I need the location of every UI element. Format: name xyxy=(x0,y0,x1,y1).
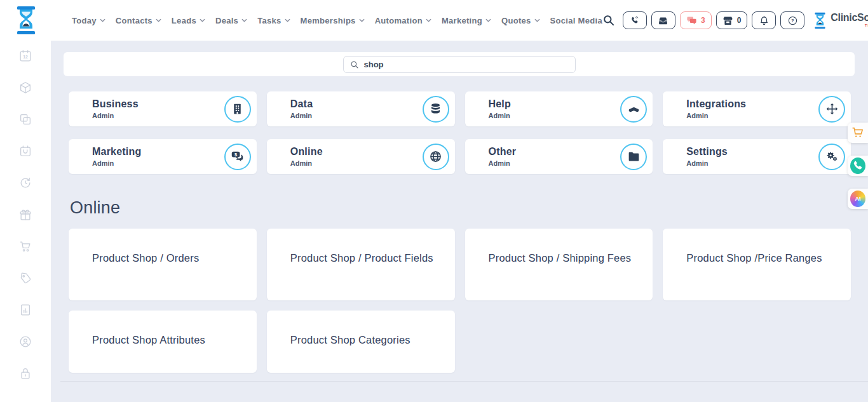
chevron-down-icon xyxy=(485,18,491,22)
category-grid: BusinessAdminDataAdminHelpAdminIntegrati… xyxy=(69,91,851,174)
chevron-down-icon xyxy=(285,18,290,22)
bell-icon xyxy=(759,15,770,26)
nav-item-quotes[interactable]: Quotes xyxy=(501,16,540,25)
handshake-icon xyxy=(627,102,641,116)
tags-icon[interactable] xyxy=(18,271,32,285)
cart-orange-shortcut-button[interactable] xyxy=(848,123,868,143)
category-icon-circle xyxy=(620,96,647,123)
results-grid: Product Shop / OrdersProduct Shop / Prod… xyxy=(69,229,851,373)
category-icon-circle xyxy=(620,144,647,170)
result-card[interactable]: Product Shop / Orders xyxy=(69,229,257,300)
gift-icon[interactable] xyxy=(18,208,32,222)
result-card[interactable]: Product Shop Categories xyxy=(267,311,455,373)
category-card-business[interactable]: BusinessAdmin xyxy=(69,91,257,126)
globe-icon xyxy=(429,150,442,163)
category-icon-circle xyxy=(423,96,449,123)
top-header: TodayContactsLeadsDealsTasksMembershipsA… xyxy=(0,0,868,41)
category-card-help[interactable]: HelpAdmin xyxy=(465,91,653,126)
bell-button[interactable] xyxy=(752,11,776,29)
history-icon[interactable] xyxy=(18,176,32,190)
chevron-down-icon xyxy=(426,18,431,22)
badge-count: 0 xyxy=(737,16,742,25)
search-input[interactable] xyxy=(364,60,569,69)
category-icon-circle xyxy=(818,144,845,170)
chevron-down-icon xyxy=(359,18,365,22)
ai-shortcut-button[interactable]: AI xyxy=(848,189,868,209)
ai-icon: AI xyxy=(850,191,865,206)
category-card-data[interactable]: DataAdmin xyxy=(267,91,455,126)
chat-button[interactable]: 3 xyxy=(680,11,712,29)
nav-item-leads[interactable]: Leads xyxy=(172,16,205,25)
cart-icon[interactable] xyxy=(18,239,32,253)
category-icon-circle: $ xyxy=(224,144,251,170)
chat-icon xyxy=(686,15,697,26)
chevron-down-icon xyxy=(156,18,161,22)
nav-item-automation[interactable]: Automation xyxy=(375,16,431,25)
result-label: Product Shop / Product Fields xyxy=(290,252,433,264)
nav-item-tasks[interactable]: Tasks xyxy=(257,16,290,25)
search-bar-panel xyxy=(64,52,855,76)
nav-item-marketing[interactable]: Marketing xyxy=(442,16,491,25)
result-label: Product Shop / Shipping Fees xyxy=(489,252,632,264)
search-input-wrap xyxy=(343,56,576,73)
nav-item-label: Memberships xyxy=(301,16,356,25)
header-actions: 30? ClinicSoftware .com TEN STEPS AHEAD xyxy=(602,10,868,31)
nav-item-label: Social Media xyxy=(550,16,602,25)
building-icon xyxy=(231,102,244,116)
category-card-online[interactable]: OnlineAdmin xyxy=(267,139,455,174)
svg-text:?: ? xyxy=(791,18,794,23)
account-icon[interactable] xyxy=(18,335,32,349)
copy-icon[interactable] xyxy=(18,112,32,126)
store-icon xyxy=(722,15,733,26)
nav-item-social-media[interactable]: Social Media xyxy=(550,16,602,25)
inbox-button[interactable] xyxy=(651,11,675,29)
store-button[interactable]: 0 xyxy=(716,11,748,29)
category-card-marketing[interactable]: MarketingAdmin$ xyxy=(69,139,257,174)
category-card-other[interactable]: OtherAdmin xyxy=(465,139,653,174)
app-logo-hourglass-icon[interactable] xyxy=(13,6,39,35)
nav-item-label: Leads xyxy=(172,16,196,25)
nav-item-today[interactable]: Today xyxy=(72,16,105,25)
result-card[interactable]: Product Shop Attributes xyxy=(69,311,257,373)
report-icon[interactable] xyxy=(18,303,32,317)
nav-item-contacts[interactable]: Contacts xyxy=(116,16,161,25)
bottom-divider xyxy=(60,381,868,382)
result-label: Product Shop Attributes xyxy=(92,334,205,345)
category-icon-circle xyxy=(423,144,449,170)
help-button[interactable]: ? xyxy=(780,11,804,29)
main-content: BusinessAdminDataAdminHelpAdminIntegrati… xyxy=(51,41,868,402)
category-icon-circle xyxy=(224,96,251,123)
lock-icon[interactable] xyxy=(18,366,32,380)
inbox-icon xyxy=(658,15,668,26)
database-icon xyxy=(429,102,442,116)
chat-dollar-icon: $ xyxy=(231,150,244,163)
category-card-integrations[interactable]: IntegrationsAdmin xyxy=(663,91,851,126)
nav-item-label: Automation xyxy=(375,16,423,25)
help-icon: ? xyxy=(787,15,798,26)
result-card[interactable]: Product Shop /Price Ranges xyxy=(663,229,851,300)
calendar-12-icon[interactable]: 12 xyxy=(18,49,32,63)
result-card[interactable]: Product Shop / Product Fields xyxy=(267,229,455,300)
search-icon[interactable] xyxy=(602,14,615,27)
category-card-settings[interactable]: SettingsAdmin xyxy=(663,139,851,174)
folder-icon xyxy=(627,150,641,163)
nav-item-memberships[interactable]: Memberships xyxy=(301,16,365,25)
clinicsoftware-logo: ClinicSoftware .com TEN STEPS AHEAD xyxy=(813,12,868,29)
svg-text:12: 12 xyxy=(23,55,28,59)
result-card[interactable]: Product Shop / Shipping Fees xyxy=(465,229,653,300)
cube-icon[interactable] xyxy=(18,81,32,95)
nav-item-label: Contacts xyxy=(116,16,153,25)
brand-name: ClinicSoftware xyxy=(831,13,868,23)
result-label: Product Shop / Orders xyxy=(92,252,199,264)
left-sidebar: 12 xyxy=(0,41,51,402)
whatsapp-shortcut-button[interactable] xyxy=(848,156,868,176)
section-title: Online xyxy=(70,198,120,218)
calendar-save-icon[interactable] xyxy=(18,144,32,158)
brand-tagline: TEN STEPS AHEAD xyxy=(865,24,868,28)
phone-button[interactable] xyxy=(623,11,647,29)
main-nav: TodayContactsLeadsDealsTasksMembershipsA… xyxy=(72,16,602,25)
nav-item-deals[interactable]: Deals xyxy=(215,16,247,25)
nav-item-label: Deals xyxy=(215,16,238,25)
chevron-down-icon xyxy=(534,18,540,22)
nav-item-label: Tasks xyxy=(257,16,281,25)
